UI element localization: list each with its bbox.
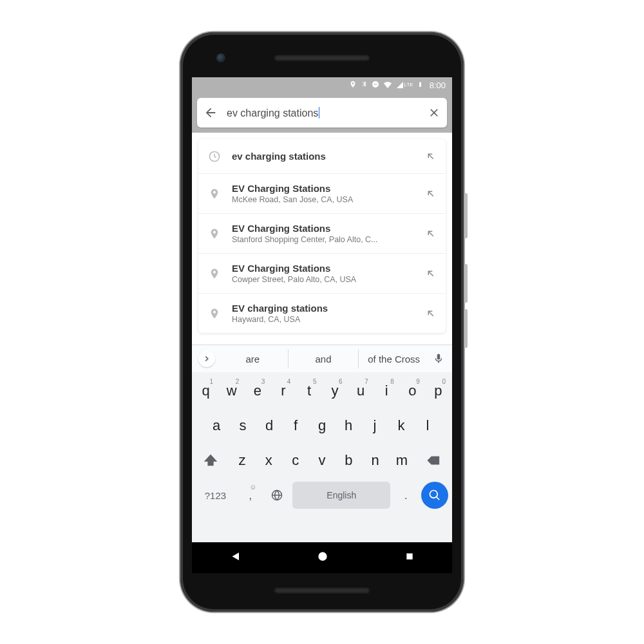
insert-arrow-icon[interactable] [425, 308, 437, 319]
suggestion-subtitle: McKee Road, San Jose, CA, USA [232, 195, 415, 204]
phone-frame: LTE 8:00 ev charging stations [180, 32, 464, 612]
key-s[interactable]: s [231, 411, 254, 440]
key-y[interactable]: y6 [324, 376, 346, 406]
suggestion-text: EV Charging Stations McKee Road, San Jos… [232, 183, 415, 204]
nav-home-icon[interactable] [316, 550, 329, 565]
language-key[interactable] [266, 482, 289, 509]
pin-icon [207, 268, 222, 279]
svg-point-2 [319, 553, 327, 560]
keyboard-keys: q1w2e3r4t5y6u7i8o9p0 asdfghjkl zxcvbnm [192, 372, 452, 479]
key-p[interactable]: p0 [427, 376, 450, 406]
key-m[interactable]: m [390, 446, 413, 475]
key-o[interactable]: o9 [401, 376, 424, 406]
key-k[interactable]: k [390, 411, 413, 440]
wifi-icon [383, 80, 392, 90]
search-bar-container: ev charging stations [192, 93, 452, 133]
suggestion-title: EV Charging Stations [232, 183, 415, 194]
key-u[interactable]: u7 [350, 376, 372, 406]
suggestion-row[interactable]: EV Charging Stations Cowper Street, Palo… [198, 254, 446, 294]
key-z[interactable]: z [231, 446, 254, 475]
search-input[interactable]: ev charging stations [227, 107, 419, 119]
pin-icon [207, 188, 222, 200]
key-x[interactable]: x [257, 446, 280, 475]
expand-suggestions-icon[interactable] [198, 350, 215, 367]
suggestion-text: EV Charging Stations Stanford Shopping C… [232, 223, 415, 244]
key-r[interactable]: r4 [272, 376, 294, 406]
pin-icon [207, 308, 222, 319]
keyboard-bottom-row: ?123 ,☺ English . [192, 479, 452, 515]
key-q[interactable]: q1 [194, 376, 217, 406]
key-l[interactable]: l [416, 411, 439, 440]
earpiece-speaker [274, 55, 370, 61]
nav-recents-icon[interactable] [404, 551, 415, 564]
key-w[interactable]: w2 [220, 376, 243, 406]
period-key[interactable]: . [394, 482, 417, 509]
keyboard: are and of the Cross q1w2e3r4t5y6u7i8o9p… [192, 345, 452, 573]
suggestion-title: EV Charging Stations [232, 223, 415, 234]
keyboard-suggestion-bar: are and of the Cross [192, 345, 452, 372]
mic-icon[interactable] [429, 353, 448, 365]
keyboard-text-suggestion[interactable]: and [288, 350, 359, 368]
suggestion-title: EV charging stations [232, 303, 415, 314]
volume-up-button [464, 264, 468, 303]
history-icon [207, 150, 222, 163]
suggestion-subtitle: Stanford Shopping Center, Palo Alto, C..… [232, 235, 415, 244]
suggestion-subtitle: Hayward, CA, USA [232, 315, 415, 324]
bluetooth-icon [361, 80, 368, 90]
key-v[interactable]: v [310, 446, 334, 475]
spacebar-key[interactable]: English [292, 482, 390, 509]
keyboard-text-suggestion[interactable]: are [218, 350, 288, 368]
suggestion-row[interactable]: EV charging stations Hayward, CA, USA [198, 294, 446, 333]
battery-icon [417, 80, 423, 91]
suggestion-title: ev charging stations [232, 151, 415, 162]
key-g[interactable]: g [310, 411, 334, 440]
suggestion-subtitle: Cowper Street, Palo Alto, CA, USA [232, 275, 415, 284]
suggestion-list: ev charging stations EV Charging Station… [198, 139, 446, 333]
key-d[interactable]: d [258, 411, 281, 440]
insert-arrow-icon[interactable] [425, 268, 437, 279]
volume-down-button [464, 309, 468, 348]
suggestion-text: EV Charging Stations Cowper Street, Palo… [232, 263, 415, 284]
comma-key[interactable]: ,☺ [239, 482, 262, 509]
suggestion-row[interactable]: ev charging stations [198, 139, 446, 174]
insert-arrow-icon[interactable] [425, 188, 437, 200]
nav-back-icon[interactable] [229, 551, 241, 565]
signal-icon: LTE [396, 81, 413, 89]
search-key[interactable] [421, 482, 448, 509]
back-icon[interactable] [204, 106, 218, 120]
key-i[interactable]: i8 [375, 376, 398, 406]
emoji-hint-icon: ☺ [249, 483, 256, 491]
shift-key[interactable] [194, 446, 227, 475]
android-nav-bar [192, 542, 452, 573]
suggestion-row[interactable]: EV Charging Stations Stanford Shopping C… [198, 214, 446, 254]
location-icon [349, 80, 357, 90]
suggestion-text: EV charging stations Hayward, CA, USA [232, 303, 415, 324]
suggestion-title: EV Charging Stations [232, 263, 415, 274]
key-b[interactable]: b [337, 446, 360, 475]
status-time: 8:00 [430, 80, 446, 90]
key-j[interactable]: j [363, 411, 386, 440]
status-bar: LTE 8:00 [192, 77, 452, 93]
keyboard-text-suggestion[interactable]: of the Cross [358, 350, 429, 368]
key-e[interactable]: e3 [246, 376, 269, 406]
insert-arrow-icon[interactable] [425, 151, 437, 162]
svg-rect-3 [406, 553, 412, 559]
key-h[interactable]: h [337, 411, 360, 440]
key-t[interactable]: t5 [298, 376, 320, 406]
backspace-key[interactable] [417, 446, 450, 475]
suggestion-row[interactable]: EV Charging Stations McKee Road, San Jos… [198, 174, 446, 214]
key-c[interactable]: c [284, 446, 307, 475]
key-f[interactable]: f [284, 411, 307, 440]
key-a[interactable]: a [205, 411, 228, 440]
front-camera [216, 53, 225, 62]
key-n[interactable]: n [364, 446, 387, 475]
insert-arrow-icon[interactable] [425, 228, 437, 240]
power-button [464, 193, 468, 238]
symbols-key[interactable]: ?123 [196, 482, 235, 509]
clear-icon[interactable] [428, 106, 440, 119]
do-not-disturb-icon [372, 80, 379, 90]
bottom-speaker [274, 587, 370, 594]
pin-icon [207, 228, 222, 240]
phone-screen: LTE 8:00 ev charging stations [192, 77, 452, 573]
suggestion-text: ev charging stations [232, 151, 415, 162]
